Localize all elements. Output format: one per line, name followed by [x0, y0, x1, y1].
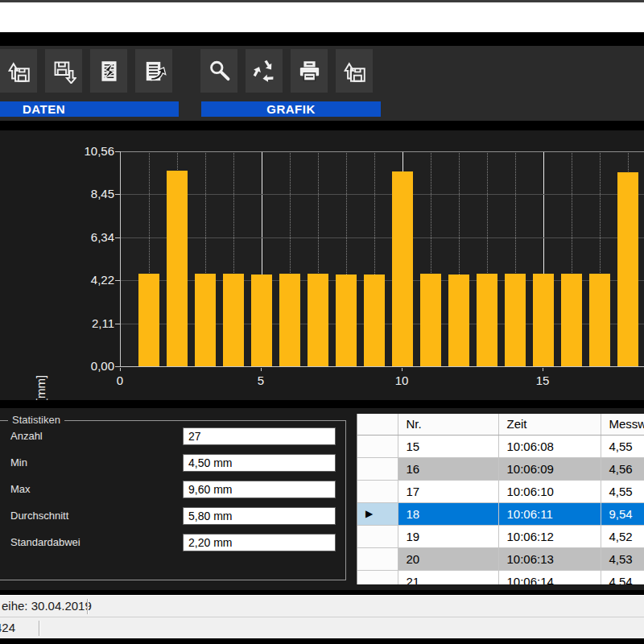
status-bar-series: eihe: 30.04.2019 — [0, 595, 644, 617]
status-bar-device: 424 — [0, 617, 644, 638]
y-axis-tick-mark — [115, 280, 120, 281]
chart-bar — [505, 274, 526, 366]
stat-label-anzahl: Anzahl — [10, 427, 43, 445]
stat-label-standardabwei: Standardabwei — [10, 534, 80, 551]
chart-bar — [420, 274, 441, 366]
table-row-selected[interactable]: ▶1810:06:119,54 — [357, 502, 644, 525]
table-cell[interactable]: 10:06:10 — [498, 480, 601, 502]
stat-input-max[interactable] — [183, 481, 336, 498]
plot-area[interactable] — [120, 151, 644, 367]
stat-label-max: Max — [10, 481, 31, 498]
table-cell[interactable]: 4,55 — [601, 480, 644, 502]
table-cell[interactable]: 19 — [398, 525, 498, 547]
stat-input-durchschnitt[interactable] — [183, 507, 336, 525]
chart-bar — [448, 275, 469, 366]
row-header-selected-arrow[interactable]: ▶ — [357, 502, 398, 525]
measurements-table[interactable]: Nr.ZeitMesswert1510:06:084,551610:06:094… — [357, 414, 644, 584]
row-header-corner — [357, 414, 398, 435]
chart-bar — [561, 274, 582, 366]
x-axis-tick-label: 5 — [243, 374, 279, 388]
toolbar-group-label-grafik: GRAFIK — [201, 101, 381, 117]
document-export-icon — [142, 59, 167, 84]
row-header-cell[interactable] — [357, 457, 398, 480]
toolbar-group-grafik — [200, 49, 373, 93]
table-cell[interactable]: 10:06:08 — [498, 435, 601, 457]
menu-bar — [0, 2, 644, 32]
save-data-button[interactable] — [45, 49, 82, 93]
row-header-cell[interactable] — [357, 547, 398, 570]
y-axis-tick-label: 6,34 — [47, 230, 114, 245]
table-cell[interactable]: 9,54 — [601, 502, 644, 525]
table-row[interactable]: 2110:06:144,54 — [357, 570, 644, 584]
chart-bar — [336, 275, 357, 366]
table-row[interactable]: 1610:06:094,56 — [357, 457, 644, 480]
table-cell[interactable]: 20 — [398, 547, 498, 570]
print-button[interactable] — [291, 49, 328, 93]
separator — [0, 400, 644, 408]
floppy-arrow-up-icon — [6, 59, 31, 84]
table-cell[interactable]: 4,52 — [601, 525, 644, 547]
stat-label-durchschnitt: Durchschnitt — [10, 507, 68, 525]
data-grid: Nr.ZeitMesswert1510:06:084,551610:06:094… — [357, 414, 644, 584]
reset-button[interactable] — [246, 49, 283, 93]
y-axis-tick-mark — [115, 194, 120, 195]
y-axis-tick-mark — [115, 366, 120, 367]
stat-input-min[interactable] — [183, 454, 336, 472]
table-cell[interactable]: 17 — [398, 480, 498, 502]
column-header-nr[interactable]: Nr. — [398, 414, 498, 435]
document-delete-icon — [97, 59, 122, 84]
table-cell[interactable]: 4,53 — [601, 547, 644, 570]
chart-bar — [279, 274, 300, 366]
table-row[interactable]: 1710:06:104,55 — [357, 480, 644, 502]
y-axis-tick-label: 8,45 — [47, 187, 114, 201]
status-series-text: eihe: 30.04.2019 — [2, 596, 92, 617]
toolbar-group-label-daten: DATEN — [0, 101, 179, 117]
table-cell[interactable]: 10:06:11 — [498, 502, 601, 525]
horizontal-gridline — [121, 194, 644, 195]
table-row[interactable]: 1910:06:124,52 — [357, 525, 644, 547]
x-axis-tick-label: 10 — [384, 374, 419, 388]
chart-bar — [223, 274, 244, 366]
zoom-button[interactable] — [200, 49, 237, 93]
table-cell[interactable]: 10:06:12 — [498, 525, 601, 547]
row-header-cell[interactable] — [357, 570, 398, 584]
x-axis-tick-mark — [120, 368, 121, 371]
chart-bar — [167, 171, 188, 366]
chart-bar — [195, 274, 216, 366]
table-cell[interactable]: 4,55 — [601, 435, 644, 457]
delete-data-button[interactable] — [90, 49, 127, 93]
y-axis-tick-mark — [115, 237, 120, 238]
table-cell[interactable]: 16 — [398, 457, 498, 480]
row-header-cell[interactable] — [357, 480, 398, 502]
chart-bar — [308, 274, 328, 366]
chart-bar — [617, 172, 638, 366]
export-data-button[interactable] — [135, 49, 172, 93]
y-axis-tick-mark — [115, 324, 120, 324]
load-data-button[interactable] — [0, 49, 37, 93]
chart-panel: [mm] 0,002,114,226,348,4510,56051015 — [0, 130, 644, 400]
table-cell[interactable]: 21 — [398, 570, 498, 584]
chart-bar — [364, 275, 385, 366]
row-header-cell[interactable] — [357, 525, 398, 547]
save-graphic-button[interactable] — [336, 49, 373, 93]
table-cell[interactable]: 4,54 — [601, 570, 644, 584]
table-row[interactable]: 1510:06:084,55 — [357, 435, 644, 457]
table-cell[interactable]: 10:06:14 — [498, 570, 601, 584]
column-header-zeit[interactable]: Zeit — [498, 414, 601, 435]
magnifier-icon — [207, 59, 232, 84]
x-axis-tick-mark — [261, 368, 262, 371]
row-header-cell[interactable] — [357, 435, 398, 457]
stat-input-standardabwei[interactable] — [183, 534, 336, 551]
table-row[interactable]: 2010:06:134,53 — [357, 547, 644, 570]
table-cell[interactable]: 4,56 — [601, 457, 644, 480]
stat-input-anzahl[interactable] — [183, 427, 336, 445]
separator — [0, 121, 644, 130]
column-header-messwert[interactable]: Messwert — [601, 414, 644, 435]
table-cell[interactable]: 18 — [398, 502, 498, 525]
table-cell[interactable]: 10:06:09 — [498, 457, 601, 480]
x-axis-tick-label: 15 — [525, 374, 560, 388]
table-cell[interactable]: 10:06:13 — [498, 547, 601, 570]
table-cell[interactable]: 15 — [398, 435, 498, 457]
y-axis-tick-mark — [115, 151, 120, 152]
chart-bar — [533, 274, 554, 366]
